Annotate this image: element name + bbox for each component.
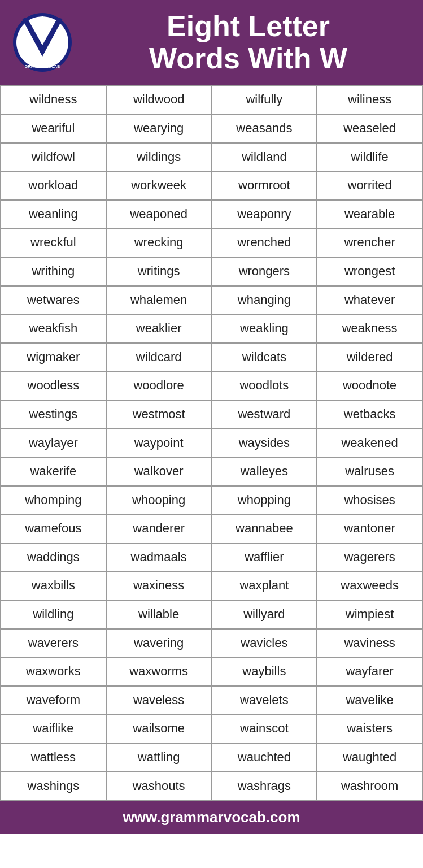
word-cell: waxiness bbox=[107, 572, 212, 601]
word-cell: waybills bbox=[212, 658, 318, 687]
footer: www.grammarvocab.com bbox=[0, 801, 423, 834]
word-cell: wildling bbox=[1, 601, 107, 630]
word-cell: wildings bbox=[107, 144, 212, 172]
word-cell: weakfish bbox=[1, 315, 107, 344]
word-cell: weakness bbox=[317, 315, 423, 344]
logo: GRAMMARVOCAB bbox=[11, 11, 73, 73]
word-cell: wannabee bbox=[212, 515, 318, 544]
word-cell: wavelets bbox=[212, 687, 318, 715]
word-cell: wanderer bbox=[107, 515, 212, 544]
word-cell: whopping bbox=[212, 487, 318, 515]
word-cell: weaseled bbox=[317, 115, 423, 144]
word-cell: whalemen bbox=[107, 287, 212, 315]
word-cell: walkover bbox=[107, 458, 212, 487]
word-cell: whomping bbox=[1, 487, 107, 515]
word-cell: weakened bbox=[317, 429, 423, 458]
word-cell: wildered bbox=[317, 344, 423, 372]
svg-text:GRAMMARVOCAB: GRAMMARVOCAB bbox=[25, 64, 60, 68]
word-cell: waddings bbox=[1, 544, 107, 572]
word-cell: waypoint bbox=[107, 429, 212, 458]
word-cell: wildwood bbox=[107, 86, 212, 115]
word-cell: workload bbox=[1, 172, 107, 201]
word-cell: wattless bbox=[1, 744, 107, 772]
word-cell: weariful bbox=[1, 115, 107, 144]
word-cell: walruses bbox=[317, 458, 423, 487]
word-cell: willable bbox=[107, 601, 212, 630]
word-grid: wildnesswildwoodwilfullywilinessweariful… bbox=[0, 85, 423, 801]
word-cell: woodlore bbox=[107, 372, 212, 401]
header: GRAMMARVOCAB Eight Letter Words With W bbox=[0, 0, 423, 85]
word-cell: woodless bbox=[1, 372, 107, 401]
word-cell: wavelike bbox=[317, 687, 423, 715]
word-cell: wadmaals bbox=[107, 544, 212, 572]
word-cell: waverers bbox=[1, 630, 107, 658]
word-cell: westward bbox=[212, 401, 318, 429]
word-cell: washroom bbox=[317, 772, 423, 801]
word-cell: writings bbox=[107, 258, 212, 287]
word-cell: wrongest bbox=[317, 258, 423, 287]
word-cell: wildlife bbox=[317, 144, 423, 172]
word-cell: worrited bbox=[317, 172, 423, 201]
word-cell: wattling bbox=[107, 744, 212, 772]
word-cell: wafflier bbox=[212, 544, 318, 572]
word-cell: walleyes bbox=[212, 458, 318, 487]
word-cell: workweek bbox=[107, 172, 212, 201]
word-cell: waiflike bbox=[1, 715, 107, 744]
word-cell: wavering bbox=[107, 630, 212, 658]
word-cell: wamefous bbox=[1, 515, 107, 544]
word-grid-container: wildnesswildwoodwilfullywilinessweariful… bbox=[0, 85, 423, 801]
word-cell: wakerife bbox=[1, 458, 107, 487]
word-cell: willyard bbox=[212, 601, 318, 630]
word-cell: wauchted bbox=[212, 744, 318, 772]
word-cell: wainscot bbox=[212, 715, 318, 744]
word-cell: waxbills bbox=[1, 572, 107, 601]
word-cell: weakling bbox=[212, 315, 318, 344]
word-cell: wimpiest bbox=[317, 601, 423, 630]
word-cell: waxweeds bbox=[317, 572, 423, 601]
word-cell: wrenched bbox=[212, 229, 318, 258]
word-cell: weanling bbox=[1, 201, 107, 229]
word-cell: wildness bbox=[1, 86, 107, 115]
word-cell: weaklier bbox=[107, 315, 212, 344]
word-cell: whatever bbox=[317, 287, 423, 315]
word-cell: wailsome bbox=[107, 715, 212, 744]
word-cell: wavicles bbox=[212, 630, 318, 658]
word-cell: wantoner bbox=[317, 515, 423, 544]
word-cell: whanging bbox=[212, 287, 318, 315]
word-cell: whooping bbox=[107, 487, 212, 515]
word-cell: waveform bbox=[1, 687, 107, 715]
word-cell: whosises bbox=[317, 487, 423, 515]
word-cell: waxworms bbox=[107, 658, 212, 687]
word-cell: wildcard bbox=[107, 344, 212, 372]
word-cell: wildcats bbox=[212, 344, 318, 372]
word-cell: wagerers bbox=[317, 544, 423, 572]
word-cell: wilfully bbox=[212, 86, 318, 115]
word-cell: wayfarer bbox=[317, 658, 423, 687]
word-cell: wearable bbox=[317, 201, 423, 229]
word-cell: wildland bbox=[212, 144, 318, 172]
word-cell: weaponed bbox=[107, 201, 212, 229]
word-cell: wiliness bbox=[317, 86, 423, 115]
word-cell: westings bbox=[1, 401, 107, 429]
word-cell: waxworks bbox=[1, 658, 107, 687]
word-cell: wetwares bbox=[1, 287, 107, 315]
word-cell: woodnote bbox=[317, 372, 423, 401]
word-cell: wigmaker bbox=[1, 344, 107, 372]
word-cell: wildfowl bbox=[1, 144, 107, 172]
word-cell: wrecking bbox=[107, 229, 212, 258]
word-cell: washings bbox=[1, 772, 107, 801]
word-cell: westmost bbox=[107, 401, 212, 429]
word-cell: waughted bbox=[317, 744, 423, 772]
footer-url: www.grammarvocab.com bbox=[123, 809, 300, 826]
word-cell: waylayer bbox=[1, 429, 107, 458]
word-cell: weasands bbox=[212, 115, 318, 144]
svg-point-1 bbox=[16, 16, 68, 68]
word-cell: wrencher bbox=[317, 229, 423, 258]
word-cell: wreckful bbox=[1, 229, 107, 258]
word-cell: wormroot bbox=[212, 172, 318, 201]
word-cell: wetbacks bbox=[317, 401, 423, 429]
word-cell: wrongers bbox=[212, 258, 318, 287]
word-cell: washouts bbox=[107, 772, 212, 801]
word-cell: waysides bbox=[212, 429, 318, 458]
header-title: Eight Letter Words With W bbox=[85, 10, 412, 75]
